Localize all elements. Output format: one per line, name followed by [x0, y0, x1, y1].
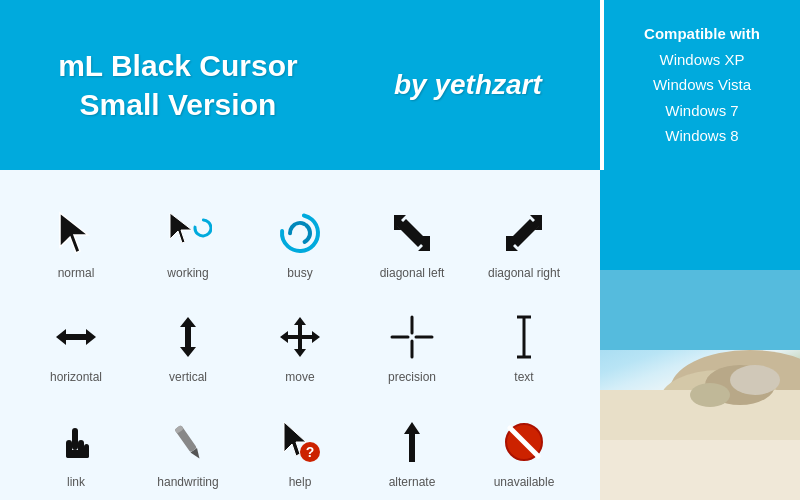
busy-label: busy: [287, 266, 312, 280]
compat-vista: Windows Vista: [653, 72, 751, 98]
working-icon: [164, 206, 212, 260]
svg-marker-30: [404, 422, 420, 462]
unavailable-icon: [500, 415, 548, 469]
svg-rect-23: [66, 450, 89, 458]
text-icon: [500, 310, 548, 364]
compat-xp: Windows XP: [659, 47, 744, 73]
header-title-row: mL Black Cursor Small Version by yethzar…: [20, 46, 580, 124]
author-label: by yethzart: [394, 69, 542, 101]
svg-point-4: [286, 219, 313, 246]
cursor-alternate: alternate: [356, 394, 468, 489]
precision-label: precision: [388, 370, 436, 384]
cursor-link: link: [20, 394, 132, 489]
header-title-block: mL Black Cursor Small Version: [58, 46, 298, 124]
svg-point-3: [276, 209, 324, 257]
alternate-icon: [388, 415, 436, 469]
svg-marker-6: [401, 219, 430, 251]
vertical-icon: [164, 310, 212, 364]
cursor-diagonal-right: diagonal right: [468, 185, 580, 280]
svg-text:?: ?: [306, 444, 315, 460]
compatible-title: Compatible with: [644, 21, 760, 47]
cursor-horizontal: horizontal: [20, 290, 132, 385]
header-left: mL Black Cursor Small Version by yethzar…: [0, 0, 600, 170]
help-label: help: [289, 475, 312, 489]
diagonal-right-label: diagonal right: [488, 266, 560, 280]
unavailable-label: unavailable: [494, 475, 555, 489]
cursor-precision: precision: [356, 290, 468, 385]
svg-marker-1: [170, 213, 192, 243]
link-icon: [52, 415, 100, 469]
main-content: normal working: [0, 170, 800, 500]
svg-rect-42: [600, 440, 800, 500]
horizontal-icon: [52, 310, 100, 364]
diagonal-right-icon: [500, 206, 548, 260]
precision-icon: [388, 310, 436, 364]
cursor-unavailable: unavailable: [468, 394, 580, 489]
horizontal-label: horizontal: [50, 370, 102, 384]
handwriting-label: handwriting: [157, 475, 218, 489]
help-icon: ?: [276, 415, 324, 469]
diagonal-left-icon: [388, 206, 436, 260]
app-title-line1: mL Black Cursor: [58, 46, 298, 85]
vertical-label: vertical: [169, 370, 207, 384]
move-label: move: [285, 370, 314, 384]
svg-marker-8: [506, 219, 535, 251]
cursor-diagonal-left: diagonal left: [356, 185, 468, 280]
working-label: working: [167, 266, 208, 280]
header: mL Black Cursor Small Version by yethzar…: [0, 0, 800, 170]
cursor-help: ? help: [244, 394, 356, 489]
cursor-text: text: [468, 290, 580, 385]
cursor-handwriting: handwriting: [132, 394, 244, 489]
move-icon: [276, 310, 324, 364]
svg-rect-43: [600, 170, 800, 180]
svg-marker-9: [56, 329, 96, 345]
compat-7: Windows 7: [665, 98, 738, 124]
app-title-line2: Small Version: [58, 85, 298, 124]
handwriting-icon: [164, 415, 212, 469]
svg-rect-35: [600, 270, 800, 350]
busy-icon: [276, 206, 324, 260]
cursor-normal: normal: [20, 185, 132, 280]
header-right: Compatible with Windows XP Windows Vista…: [600, 0, 800, 170]
svg-marker-11: [280, 317, 320, 357]
cursor-move: move: [244, 290, 356, 385]
alternate-label: alternate: [389, 475, 436, 489]
text-label: text: [514, 370, 533, 384]
diagonal-left-label: diagonal left: [380, 266, 445, 280]
svg-rect-19: [72, 428, 78, 450]
svg-point-40: [730, 365, 780, 395]
side-decorative-image: [600, 170, 800, 500]
normal-label: normal: [58, 266, 95, 280]
svg-marker-10: [180, 317, 196, 357]
svg-marker-0: [60, 213, 88, 253]
cursors-grid: normal working: [0, 170, 600, 500]
svg-point-41: [690, 383, 730, 407]
cursor-working: working: [132, 185, 244, 280]
cursor-busy: busy: [244, 185, 356, 280]
link-label: link: [67, 475, 85, 489]
svg-point-2: [192, 216, 212, 239]
normal-icon: [52, 206, 100, 260]
cursor-vertical: vertical: [132, 290, 244, 385]
compat-8: Windows 8: [665, 123, 738, 149]
